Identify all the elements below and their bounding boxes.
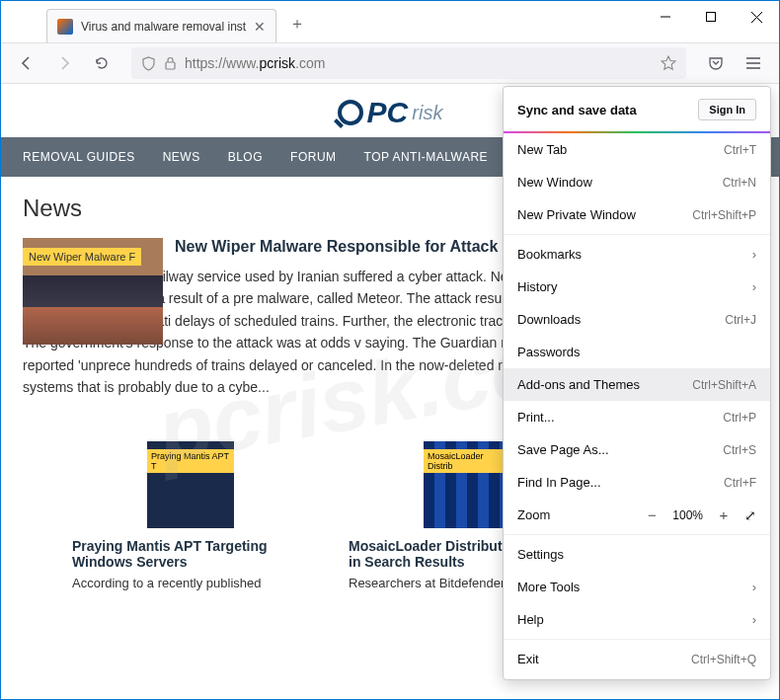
shield-icon[interactable] — [141, 56, 156, 71]
related-item-1: Praying Mantis APT T Praying Mantis APT … — [72, 441, 309, 590]
maximize-button[interactable] — [688, 1, 734, 33]
menu-sync-header: Sync and save data Sign In — [504, 87, 770, 131]
menu-settings[interactable]: Settings — [504, 538, 770, 571]
chevron-right-icon: › — [752, 612, 756, 627]
window-controls — [643, 1, 779, 33]
menu-print[interactable]: Print...Ctrl+P — [504, 401, 770, 433]
app-menu: Sync and save data Sign In New TabCtrl+T… — [503, 86, 771, 680]
lock-icon[interactable] — [164, 56, 177, 70]
forward-button[interactable] — [48, 47, 80, 79]
menu-passwords[interactable]: Passwords — [504, 336, 770, 368]
chevron-right-icon: › — [752, 247, 756, 262]
nav-removal-guides[interactable]: REMOVAL GUIDES — [9, 137, 149, 177]
related-title-1[interactable]: Praying Mantis APT Targeting Windows Ser… — [72, 538, 309, 570]
new-tab-button[interactable]: ＋ — [282, 9, 312, 39]
menu-exit[interactable]: ExitCtrl+Shift+Q — [504, 643, 770, 675]
zoom-in-button[interactable]: + — [713, 506, 735, 523]
menu-new-tab[interactable]: New TabCtrl+T — [504, 133, 770, 166]
nav-blog[interactable]: BLOG — [214, 137, 276, 177]
favicon-icon — [57, 19, 73, 35]
nav-news[interactable]: NEWS — [149, 137, 214, 177]
nav-top-anti-malware[interactable]: TOP ANTI-MALWARE — [351, 137, 503, 177]
related-image-1[interactable]: Praying Mantis APT T — [147, 441, 234, 528]
app-menu-button[interactable] — [738, 47, 769, 79]
zoom-out-button[interactable]: − — [641, 506, 663, 523]
browser-tab[interactable]: Virus and malware removal inst ✕ — [46, 9, 276, 42]
menu-find-in-page[interactable]: Find In Page...Ctrl+F — [504, 466, 770, 499]
tab-title: Virus and malware removal inst — [81, 20, 246, 34]
titlebar: Virus and malware removal inst ✕ ＋ — [1, 1, 779, 42]
article-image[interactable]: New Wiper Malware F — [23, 238, 163, 345]
menu-save-page-as[interactable]: Save Page As...Ctrl+S — [504, 433, 770, 466]
minimize-button[interactable] — [643, 1, 688, 33]
menu-new-window[interactable]: New WindowCtrl+N — [504, 166, 770, 198]
close-window-button[interactable] — [734, 1, 779, 33]
menu-addons-themes[interactable]: Add-ons and ThemesCtrl+Shift+A — [504, 368, 770, 401]
chevron-right-icon: › — [752, 580, 756, 594]
menu-help[interactable]: Help› — [504, 603, 770, 636]
fullscreen-icon[interactable]: ⤢ — [744, 507, 756, 523]
related-image-2[interactable]: MosaicLoader Distrib — [424, 441, 510, 528]
nav-forum[interactable]: FORUM — [276, 137, 351, 177]
magnifier-icon — [338, 100, 363, 125]
menu-bookmarks[interactable]: Bookmarks› — [504, 238, 770, 271]
url-text: https://www.pcrisk.com — [185, 55, 653, 71]
bookmark-star-icon[interactable] — [661, 55, 676, 71]
sign-in-button[interactable]: Sign In — [698, 99, 756, 120]
menu-new-private-window[interactable]: New Private WindowCtrl+Shift+P — [504, 198, 770, 231]
related-text-1: According to a recently published — [72, 576, 309, 590]
toolbar: https://www.pcrisk.com — [1, 42, 779, 84]
close-tab-icon[interactable]: ✕ — [254, 19, 266, 35]
menu-downloads[interactable]: DownloadsCtrl+J — [504, 303, 770, 336]
menu-more-tools[interactable]: More Tools› — [504, 571, 770, 603]
menu-history[interactable]: History› — [504, 271, 770, 303]
address-bar[interactable]: https://www.pcrisk.com — [131, 47, 686, 79]
sync-label: Sync and save data — [517, 103, 637, 117]
back-button[interactable] — [11, 47, 42, 79]
svg-rect-4 — [166, 62, 175, 69]
reload-button[interactable] — [86, 47, 117, 79]
svg-rect-1 — [707, 13, 716, 22]
menu-zoom: Zoom − 100% + ⤢ — [504, 499, 770, 531]
image-caption: New Wiper Malware F — [23, 248, 141, 266]
zoom-value: 100% — [672, 508, 703, 522]
chevron-right-icon: › — [752, 279, 756, 294]
pocket-icon[interactable] — [700, 47, 732, 79]
article-title[interactable]: New Wiper Malware Responsible for Attack… — [175, 238, 536, 256]
